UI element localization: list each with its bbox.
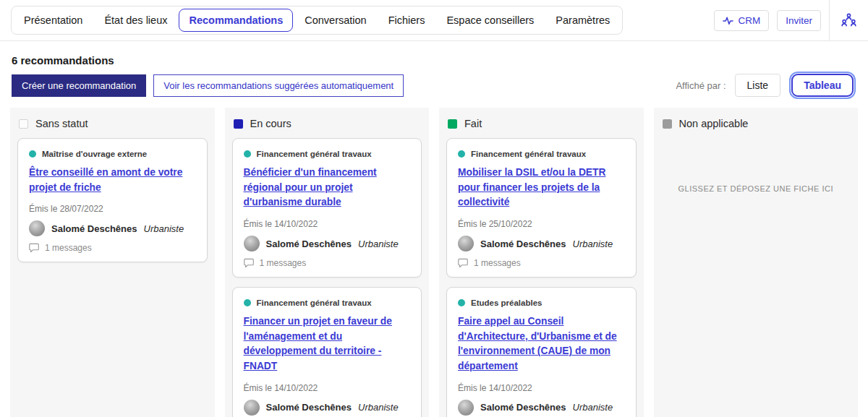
crm-button-label: CRM: [738, 15, 760, 26]
invite-button[interactable]: Inviter: [777, 10, 821, 31]
message-bubble-icon: [458, 258, 469, 268]
column-title: Sans statut: [35, 118, 88, 129]
tag-dot-icon: [29, 150, 36, 158]
column-cards: GLISSEZ ET DÉPOSEZ UNE FICHE ICI: [654, 136, 859, 417]
create-recommendation-button[interactable]: Créer une recommandation: [12, 74, 146, 97]
tab-recommandations[interactable]: Recommandations: [179, 9, 293, 32]
card-tag: Maîtrise d'ouvrage externe: [42, 150, 147, 158]
author-name: Salomé Deschênes: [266, 402, 352, 413]
card-date: Émis le 25/10/2022: [458, 219, 625, 229]
card-message-count: 1 messages: [45, 243, 92, 253]
tab-presentation[interactable]: Présentation: [14, 9, 93, 32]
author-name: Salomé Deschênes: [480, 238, 566, 249]
status-marker: [234, 119, 243, 129]
page: PrésentationÉtat des lieuxRecommandation…: [0, 0, 868, 417]
recommendations-toolbar: 6 recommandations Créer une recommandati…: [0, 41, 868, 97]
top-bar: PrésentationÉtat des lieuxRecommandation…: [0, 0, 868, 41]
author-role: Urbaniste: [358, 402, 399, 413]
recommendation-card[interactable]: Financement général travaux Financer un …: [232, 287, 422, 417]
view-toggle: Affiché par : Liste Tableau: [676, 74, 856, 97]
card-tag: Financement général travaux: [257, 298, 372, 307]
column-cards: Financement général travaux Bénéficier d…: [225, 136, 430, 417]
view-toggle-label: Affiché par :: [676, 80, 726, 91]
author-role: Urbaniste: [573, 402, 613, 413]
tag-dot-icon: [458, 299, 465, 306]
recommendations-count: 6 recommandations: [12, 54, 856, 66]
message-bubble-icon: [244, 258, 255, 268]
card-tag: Etudes préalables: [471, 298, 542, 307]
tab-fichiers[interactable]: Fichiers: [378, 9, 435, 32]
column-header: Sans statut: [10, 108, 215, 136]
tag-dot-icon: [244, 299, 251, 306]
team-icon: [841, 12, 857, 29]
tab-parametres[interactable]: Paramètres: [545, 9, 620, 32]
column-cards: Maîtrise d'ouvrage externe Être conseill…: [10, 136, 215, 417]
column-header: Fait: [439, 108, 644, 136]
author-name: Salomé Deschênes: [266, 238, 352, 249]
tab-etat-des-lieux[interactable]: État des lieux: [94, 9, 177, 32]
status-marker: [663, 119, 672, 129]
column-title: En cours: [250, 118, 292, 129]
card-date: Émis le 14/10/2022: [458, 383, 625, 393]
avatar: [458, 400, 474, 416]
column-title: Non applicable: [679, 118, 749, 129]
card-title-link[interactable]: Être conseillé en amont de votre projet …: [29, 165, 196, 195]
card-title-link[interactable]: Bénéficier d'un financement régional pou…: [244, 165, 411, 210]
avatar: [244, 236, 260, 252]
crm-button[interactable]: CRM: [714, 10, 769, 31]
card-message-count: 1 messages: [260, 258, 307, 268]
tag-dot-icon: [244, 150, 251, 158]
drop-zone-hint: GLISSEZ ET DÉPOSEZ UNE FICHE ICI: [661, 184, 851, 193]
status-marker: [448, 119, 457, 129]
column-non-applicable: Non applicable GLISSEZ ET DÉPOSEZ UNE FI…: [654, 108, 859, 417]
card-date: Émis le 14/10/2022: [244, 219, 411, 229]
column-sans-statut: Sans statut Maîtrise d'ouvrage externe Ê…: [10, 108, 215, 417]
column-en-cours: En cours Financement général travaux Bén…: [225, 108, 430, 417]
tab-conversation[interactable]: Conversation: [294, 9, 376, 32]
tag-dot-icon: [458, 150, 465, 158]
card-date: Émis le 14/10/2022: [244, 383, 411, 393]
card-message-count: 1 messages: [474, 258, 521, 268]
author-name: Salomé Deschênes: [480, 402, 566, 413]
view-table-button[interactable]: Tableau: [791, 74, 854, 97]
tab-espace-conseillers[interactable]: Espace conseillers: [436, 9, 544, 32]
avatar: [458, 236, 474, 252]
view-suggested-button[interactable]: Voir les recommandations suggérées autom…: [153, 74, 404, 97]
column-cards: Financement général travaux Mobiliser la…: [439, 136, 644, 417]
recommendation-card[interactable]: Etudes préalables Faire appel au Conseil…: [446, 287, 637, 417]
column-title: Fait: [464, 118, 482, 129]
tab-bar: PrésentationÉtat des lieuxRecommandation…: [11, 6, 623, 35]
team-button[interactable]: [830, 12, 868, 29]
card-date: Émis le 28/07/2022: [29, 204, 196, 214]
recommendation-card[interactable]: Financement général travaux Bénéficier d…: [232, 138, 422, 278]
column-header: Non applicable: [654, 108, 859, 136]
kanban-board: Sans statut Maîtrise d'ouvrage externe Ê…: [0, 108, 868, 417]
avatar: [244, 400, 260, 416]
pulse-icon: [723, 15, 733, 26]
author-role: Urbaniste: [144, 223, 184, 234]
recommendation-card[interactable]: Financement général travaux Mobiliser la…: [446, 138, 637, 278]
card-title-link[interactable]: Faire appel au Conseil d'Architecture, d…: [458, 314, 625, 374]
view-list-button[interactable]: Liste: [735, 74, 781, 97]
card-tag: Financement général travaux: [471, 150, 586, 158]
toolbar-actions: Créer une recommandation Voir les recomm…: [12, 74, 404, 97]
author-name: Salomé Deschênes: [51, 223, 137, 234]
author-role: Urbaniste: [358, 238, 399, 249]
card-tag: Financement général travaux: [257, 150, 372, 158]
author-role: Urbaniste: [573, 238, 613, 249]
status-marker: [19, 119, 28, 129]
column-header: En cours: [225, 108, 430, 136]
recommendation-card[interactable]: Maîtrise d'ouvrage externe Être conseill…: [17, 138, 208, 262]
column-fait: Fait Financement général travaux Mobilis…: [439, 108, 644, 417]
card-title-link[interactable]: Mobiliser la DSIL et/ou la DETR pour fin…: [458, 165, 625, 210]
card-title-link[interactable]: Financer un projet en faveur de l'aménag…: [244, 314, 411, 374]
header-actions: CRM Inviter: [714, 0, 868, 40]
avatar: [29, 220, 45, 236]
message-bubble-icon: [29, 243, 40, 253]
invite-button-label: Inviter: [786, 15, 812, 26]
